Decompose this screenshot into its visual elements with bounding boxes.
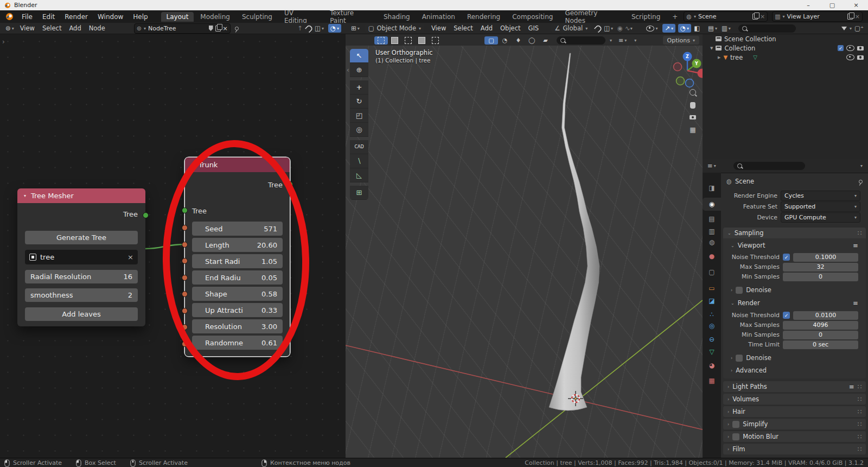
viewport-search-input[interactable] [557, 36, 605, 45]
grip-icon[interactable]: ∷ [858, 395, 861, 403]
workspace-tab-sculpting[interactable]: Sculpting [237, 12, 278, 22]
grip-icon[interactable]: ∷ [858, 229, 861, 237]
proportional-editing-icon[interactable]: ◉ [615, 24, 625, 32]
menu-select[interactable]: Select [450, 24, 476, 32]
feature-set-dropdown[interactable]: Supported ▾ [781, 201, 860, 212]
editor-type-button[interactable]: ≡ ▾ [705, 162, 718, 169]
snap-target-button[interactable]: ◫ ▾ [312, 24, 326, 32]
row-label[interactable]: tree [730, 54, 743, 61]
menu-select[interactable]: Select [39, 24, 65, 32]
tree-trunk-mesh[interactable] [549, 53, 599, 411]
new-collection-icon[interactable]: ▢⁺ [854, 24, 864, 32]
remove-view-layer-icon[interactable]: × [855, 13, 860, 20]
presets-icon[interactable]: ≡ [853, 299, 858, 307]
properties-search-input[interactable] [733, 162, 805, 170]
motion-blur-panel[interactable]: › Motion Blur ∷ [723, 431, 866, 442]
select-invert-icon[interactable] [415, 37, 429, 44]
noise-threshold-checkbox[interactable]: ✓ [783, 254, 790, 261]
snap-target-button[interactable]: ◫ ▾ [602, 24, 615, 32]
menu-file[interactable]: File [17, 10, 37, 23]
xray-toggle-icon[interactable]: ◧ [691, 24, 703, 32]
zoom-icon[interactable] [690, 89, 696, 96]
show-gizmo-visibility-button[interactable]: ▾ [644, 26, 660, 31]
menu-view[interactable]: View [16, 24, 39, 32]
tab-output[interactable]: ▤ [703, 212, 721, 225]
noise-threshold-value[interactable]: 0.0100 [793, 311, 858, 320]
gizmo-negative-z-ball[interactable] [686, 79, 694, 87]
tab-physics[interactable]: ◎ [703, 319, 721, 332]
collapse-node-icon[interactable]: ▾ [24, 193, 26, 198]
overlays-button[interactable]: ◔ ▾ [328, 24, 341, 33]
scale-tool[interactable]: ◰ [350, 109, 368, 123]
grip-icon[interactable]: ∷ [858, 408, 861, 415]
tab-tool[interactable]: ◨ [703, 181, 721, 194]
node-tree-name[interactable]: NodeTree [148, 25, 207, 32]
time-limit-value[interactable]: 0 sec [783, 340, 858, 349]
render-visibility-icon[interactable] [857, 46, 864, 51]
radial-resolution-field[interactable]: Radial Resolution 16 [25, 270, 138, 283]
motion-blur-checkbox[interactable] [732, 433, 739, 440]
tree-output-socket[interactable] [143, 212, 149, 218]
filter-type-button[interactable]: ▥ ▾ [719, 24, 733, 32]
grip-icon[interactable]: ∷ [858, 433, 861, 440]
volumes-panel[interactable]: › Volumes ∷ [723, 394, 866, 405]
generate-tree-button[interactable]: Generate Tree [25, 231, 138, 244]
tree-mesher-node-header[interactable]: ▾ Tree Mesher [17, 188, 145, 203]
noise-threshold-checkbox[interactable]: ✓ [783, 312, 790, 319]
unlink-scene-icon[interactable]: × [760, 13, 765, 20]
film-panel[interactable]: › Film ∷ [723, 444, 866, 455]
hide-eye-icon[interactable] [846, 54, 854, 60]
mode-selector[interactable]: ▢ Object Mode ▾ [365, 24, 424, 33]
droplet-icon[interactable]: ♦ [512, 37, 525, 44]
node-editor-canvas[interactable]: › ▾ Tree Mesher Tree Generate Tree [0, 34, 346, 458]
scene-name[interactable]: Scene [698, 13, 750, 20]
noise-threshold-value[interactable]: 0.1000 [793, 253, 858, 262]
select-new-icon[interactable] [374, 36, 388, 45]
grip-icon[interactable]: ∷ [858, 445, 861, 453]
view-layer-selector[interactable]: ▥ ▾ View Layer × [772, 11, 863, 22]
render-visibility-icon[interactable] [857, 55, 864, 60]
pan-hand-icon[interactable] [690, 102, 695, 109]
workspace-tab-layout[interactable]: Layout [161, 12, 194, 22]
menu-help[interactable]: Help [128, 10, 152, 23]
tab-scene[interactable]: ◍ [703, 236, 721, 249]
select-extend-icon[interactable] [388, 37, 401, 44]
row-label[interactable]: Collection [724, 45, 755, 52]
sidebar-toggle-icon[interactable]: › [2, 38, 5, 46]
transform-tool[interactable]: ◎ [350, 123, 368, 137]
tab-modifiers[interactable]: ◪ [703, 294, 721, 307]
workspace-tab-compositing[interactable]: Compositing [507, 12, 558, 22]
chevron-down-icon[interactable]: ▾ [629, 38, 642, 43]
tree-list-dropdown[interactable]: ≡ ▾ [616, 37, 629, 44]
advanced-subpanel[interactable]: › Advanced [723, 365, 866, 375]
pin-icon[interactable] [235, 27, 239, 30]
min-samples-value[interactable]: 0 [783, 273, 858, 281]
add-workspace-button[interactable]: + [667, 12, 683, 22]
viewport-subpanel-header[interactable]: ⌄ Viewport ≡ [723, 241, 866, 250]
display-mode-button[interactable]: ▤ ▾ [706, 24, 719, 32]
menu-gis[interactable]: GIS [525, 24, 543, 32]
chevron-down-icon[interactable]: ▾ [605, 38, 616, 43]
navigation-gizmo[interactable]: Z Y [662, 49, 703, 89]
overlays-button[interactable]: ◔ ▾ [678, 24, 691, 33]
select-box-tool[interactable]: ↖ [350, 49, 368, 63]
scene-selector[interactable]: ◍ ▾ Scene × [684, 11, 768, 22]
sampling-panel-header[interactable]: ⌄ Sampling ∷ [723, 228, 866, 238]
new-scene-icon[interactable] [752, 14, 758, 20]
blender-icon[interactable] [5, 12, 14, 21]
simplify-checkbox[interactable] [732, 421, 739, 428]
gizmo-x-axis-ball[interactable] [698, 69, 703, 78]
gizmo-negative-y-ball[interactable] [676, 77, 685, 85]
editor-type-button[interactable]: ⊞ ▾ [349, 24, 362, 32]
breadcrumb-label[interactable]: Scene [735, 178, 754, 185]
tab-texture[interactable]: ▦ [703, 374, 721, 387]
disclosure-triangle-icon[interactable]: ▼ [710, 46, 713, 51]
transform-orientation-selector[interactable]: ∠ Global ▾ [551, 24, 591, 33]
denoise-checkbox[interactable] [736, 287, 743, 294]
annotate-tool[interactable]: ∖ [350, 154, 368, 168]
object-field-value[interactable]: tree [40, 253, 124, 261]
light-paths-panel[interactable]: › Light Paths ≡ ∷ [723, 381, 866, 392]
row-label[interactable]: Scene Collection [724, 35, 776, 43]
tab-collection[interactable]: ▢ [703, 266, 721, 279]
menu-node[interactable]: Node [85, 24, 109, 32]
